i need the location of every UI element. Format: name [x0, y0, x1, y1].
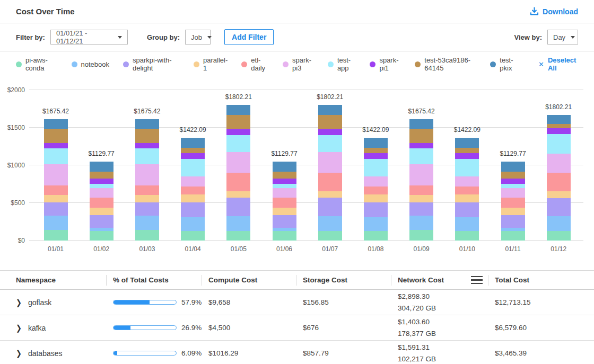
bar-segment-parallel-1[interactable]	[318, 191, 342, 198]
bar-segment-sparkpi-with-delight[interactable]	[226, 198, 250, 216]
bar-segment-etl-daily[interactable]	[135, 185, 159, 195]
bar-segment-test-pkix[interactable]	[135, 119, 159, 129]
bar-segment-spark-pi3[interactable]	[181, 176, 205, 186]
bar-segment-spark-pi3[interactable]	[409, 164, 433, 185]
bar-segment-etl-daily[interactable]	[90, 198, 113, 208]
bar-segment-sparkpi-with-delight[interactable]	[273, 215, 296, 228]
bar-segment-test-app[interactable]	[226, 135, 250, 152]
legend-item-spark-pi3[interactable]: spark-pi3	[283, 56, 314, 72]
bar-segment-pi-aws-conda[interactable]	[501, 231, 525, 241]
bar-segment-test-app[interactable]	[90, 184, 113, 188]
bar-segment-spark-pi3[interactable]	[501, 188, 525, 198]
bar-segment-sparkpi-with-delight[interactable]	[90, 215, 113, 228]
bar-segment-pi-aws-conda[interactable]	[409, 230, 433, 241]
bar-segment-test-53ca9186-64145[interactable]	[273, 172, 296, 179]
bar-segment-test-app[interactable]	[364, 159, 388, 176]
bar-segment-test-53ca9186-64145[interactable]	[364, 148, 388, 153]
bar-segment-parallel-1[interactable]	[135, 195, 159, 202]
bar-segment-etl-daily[interactable]	[364, 187, 388, 194]
bar-segment-test-53ca9186-64145[interactable]	[318, 115, 342, 129]
bar-segment-sparkpi-with-delight[interactable]	[181, 202, 205, 217]
legend-item-test-53ca9186-64145[interactable]: test-53ca9186-64145	[415, 56, 476, 72]
bar-segment-spark-pi3[interactable]	[455, 176, 479, 186]
bar-segment-test-53ca9186-64145[interactable]	[226, 115, 250, 129]
add-filter-button[interactable]: Add Filter	[224, 29, 274, 45]
bar-segment-etl-daily[interactable]	[273, 198, 296, 208]
bar-segment-spark-pi1[interactable]	[547, 128, 571, 134]
bar-segment-spark-pi3[interactable]	[318, 152, 342, 172]
column-header-network-cost[interactable]: Network Cost	[391, 271, 488, 289]
legend-item-parallel-1[interactable]: parallel-1	[194, 56, 228, 72]
bar-segment-test-pkix[interactable]	[273, 162, 296, 172]
legend-item-test-pkix[interactable]: test-pkix	[490, 56, 519, 72]
bar-segment-etl-daily[interactable]	[501, 198, 525, 208]
expand-row-chevron-icon[interactable]: ❯	[16, 298, 22, 307]
bar-segment-spark-pi1[interactable]	[318, 129, 342, 135]
bar-segment-spark-pi1[interactable]	[501, 179, 525, 184]
bar-segment-spark-pi3[interactable]	[90, 188, 113, 198]
bar-segment-spark-pi3[interactable]	[135, 164, 159, 185]
bar-segment-etl-daily[interactable]	[455, 187, 479, 194]
bar-segment-pi-aws-conda[interactable]	[455, 231, 479, 241]
bar-segment-test-app[interactable]	[135, 148, 159, 164]
bar-segment-pi-aws-conda[interactable]	[547, 231, 571, 241]
bar-segment-pi-aws-conda[interactable]	[90, 231, 113, 241]
bar-segment-notebook[interactable]	[547, 216, 571, 231]
bar-segment-spark-pi1[interactable]	[364, 153, 388, 159]
bar-segment-sparkpi-with-delight[interactable]	[364, 202, 388, 217]
bar-segment-notebook[interactable]	[226, 216, 250, 231]
column-header-total-cost[interactable]: Total Cost	[488, 271, 583, 289]
bar-segment-test-pkix[interactable]	[226, 105, 250, 115]
bar-segment-pi-aws-conda[interactable]	[318, 231, 342, 241]
bar-segment-notebook[interactable]	[501, 228, 525, 231]
bar-segment-etl-daily[interactable]	[226, 173, 250, 192]
bar-segment-parallel-1[interactable]	[547, 191, 571, 198]
bar-segment-test-pkix[interactable]	[455, 138, 479, 147]
bar-segment-test-pkix[interactable]	[181, 138, 205, 147]
bar-segment-sparkpi-with-delight[interactable]	[501, 215, 525, 228]
bar-segment-notebook[interactable]	[409, 216, 433, 230]
bar-segment-test-pkix[interactable]	[409, 119, 433, 129]
bar-segment-notebook[interactable]	[318, 216, 342, 231]
bar-segment-parallel-1[interactable]	[90, 208, 113, 215]
bar-segment-test-53ca9186-64145[interactable]	[44, 129, 68, 143]
bar-segment-test-53ca9186-64145[interactable]	[135, 129, 159, 143]
bar-segment-spark-pi1[interactable]	[44, 143, 68, 148]
bar-segment-test-app[interactable]	[409, 148, 433, 164]
bar-segment-notebook[interactable]	[90, 228, 113, 231]
legend-item-test-app[interactable]: test-app	[328, 56, 356, 72]
legend-item-spark-pi1[interactable]: spark-pi1	[370, 56, 401, 72]
bar-segment-test-app[interactable]	[44, 148, 68, 164]
expand-row-chevron-icon[interactable]: ❯	[16, 349, 22, 358]
bar-segment-sparkpi-with-delight[interactable]	[409, 202, 433, 216]
bar-segment-test-53ca9186-64145[interactable]	[547, 124, 571, 128]
bar-segment-spark-pi1[interactable]	[409, 143, 433, 148]
bar-segment-parallel-1[interactable]	[226, 191, 250, 198]
bar-segment-notebook[interactable]	[455, 217, 479, 231]
bar-segment-sparkpi-with-delight[interactable]	[455, 202, 479, 217]
column-header-namespace[interactable]: Namespace	[16, 271, 106, 289]
bar-segment-test-app[interactable]	[273, 184, 296, 188]
bar-segment-parallel-1[interactable]	[455, 194, 479, 202]
bar-segment-spark-pi3[interactable]	[44, 164, 68, 185]
bar-segment-parallel-1[interactable]	[409, 195, 433, 202]
bar-segment-notebook[interactable]	[44, 216, 68, 230]
bar-segment-parallel-1[interactable]	[181, 194, 205, 202]
bar-segment-notebook[interactable]	[273, 228, 296, 231]
bar-segment-test-pkix[interactable]	[364, 138, 388, 147]
bar-segment-parallel-1[interactable]	[501, 208, 525, 215]
bar-segment-spark-pi1[interactable]	[226, 129, 250, 135]
bar-segment-test-53ca9186-64145[interactable]	[90, 172, 113, 179]
bar-segment-test-53ca9186-64145[interactable]	[181, 148, 205, 153]
bar-segment-pi-aws-conda[interactable]	[181, 231, 205, 241]
bar-segment-etl-daily[interactable]	[44, 185, 68, 195]
bar-segment-test-app[interactable]	[455, 159, 479, 176]
bar-segment-test-pkix[interactable]	[547, 115, 571, 124]
bar-segment-spark-pi1[interactable]	[135, 143, 159, 148]
bar-segment-parallel-1[interactable]	[44, 195, 68, 202]
expand-row-chevron-icon[interactable]: ❯	[16, 323, 22, 332]
bar-segment-etl-daily[interactable]	[547, 173, 571, 192]
bar-segment-notebook[interactable]	[364, 217, 388, 231]
legend-item-notebook[interactable]: notebook	[72, 60, 110, 68]
bar-segment-test-app[interactable]	[547, 134, 571, 154]
